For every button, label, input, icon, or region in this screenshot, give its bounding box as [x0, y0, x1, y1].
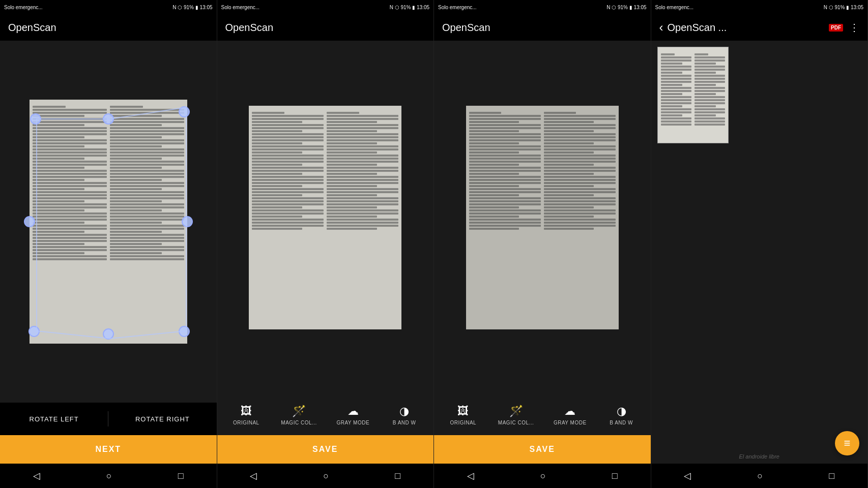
bw-label-3: B AND W	[610, 420, 633, 425]
back-nav-4[interactable]: ◁	[676, 466, 699, 485]
home-nav-2[interactable]: ○	[315, 467, 337, 485]
crop-handle-tr[interactable]	[179, 106, 190, 117]
gray-icon-3: ☁	[564, 405, 575, 418]
save-label-2: SAVE	[312, 445, 338, 454]
rotate-bar: ROTATE LEFT ROTATE RIGHT	[0, 403, 217, 435]
app-title-4: OpenScan ...	[668, 22, 727, 34]
bw-icon-2: ◑	[399, 405, 409, 418]
col-left-2	[252, 110, 324, 325]
document-page-2	[249, 106, 401, 329]
home-nav-1[interactable]: ○	[98, 467, 120, 485]
status-carrier-4: Solo emergenc...	[655, 5, 694, 10]
magic-icon-3: 🪄	[509, 405, 523, 418]
status-carrier-1: Solo emergenc...	[4, 5, 43, 10]
gray-icon-2: ☁	[348, 405, 359, 418]
top-bar-1: OpenScan	[0, 14, 217, 41]
status-icons-3: N ⬡ 91% ▮ 13:05	[606, 5, 646, 10]
status-icons-4: N ⬡ 91% ▮ 13:05	[824, 5, 863, 10]
magic-label-2: MAGIC COL...	[281, 420, 316, 425]
more-options-icon[interactable]: ⋮	[849, 21, 859, 34]
original-label-3: ORIGINAL	[450, 420, 476, 425]
recent-nav-3[interactable]: □	[604, 467, 626, 485]
crop-handle-bl[interactable]	[28, 326, 40, 337]
bw-icon-3: ◑	[617, 405, 626, 418]
top-bar-3: OpenScan	[434, 14, 651, 41]
pdf-icon[interactable]: PDF	[829, 24, 843, 32]
magic-label-3: MAGIC COL...	[498, 420, 534, 425]
magic-icon-2: 🪄	[292, 405, 306, 418]
recent-nav-1[interactable]: □	[170, 467, 192, 485]
col-left	[33, 104, 107, 340]
next-button[interactable]: NEXT	[0, 435, 217, 464]
panel-2: Solo emergenc... N ⬡ 91% ▮ 13:05 OpenSca…	[217, 0, 435, 488]
thumbnail-view	[651, 41, 868, 488]
panel-1: Solo emergenc... N ⬡ 91% ▮ 13:05 OpenSca…	[0, 0, 217, 488]
nav-bar-4: ◁ ○ □	[651, 464, 868, 488]
crop-handle-tm[interactable]	[103, 113, 114, 125]
gray-label-2: GRAY MODE	[336, 420, 369, 425]
back-nav-3[interactable]: ◁	[459, 466, 482, 485]
back-button-4[interactable]: ‹	[659, 20, 663, 35]
panel-3: Solo emergenc... N ⬡ 91% ▮ 13:05 OpenSca…	[434, 0, 651, 488]
app-title-2: OpenScan	[225, 22, 274, 34]
bottom-controls-2: 🖼 ORIGINAL 🪄 MAGIC COL... ☁ GRAY MODE ◑ …	[217, 394, 434, 488]
filter-magic-2[interactable]: 🪄 MAGIC COL...	[281, 405, 316, 425]
crop-view	[0, 41, 217, 403]
col-right-3	[544, 110, 616, 325]
original-icon-2: 🖼	[241, 405, 252, 418]
filter-bar-3: 🖼 ORIGINAL 🪄 MAGIC COL... ☁ GRAY MODE ◑ …	[434, 394, 651, 435]
filter-gray-2[interactable]: ☁ GRAY MODE	[336, 405, 369, 425]
status-bar-4: Solo emergenc... N ⬡ 91% ▮ 13:05	[651, 0, 868, 14]
filter-original-3[interactable]: 🖼 ORIGINAL	[448, 405, 478, 425]
original-icon-3: 🖼	[457, 405, 469, 418]
rotate-left-button[interactable]: ROTATE LEFT	[0, 403, 108, 435]
status-bar-2: Solo emergenc... N ⬡ 91% ▮ 13:05	[217, 0, 434, 14]
crop-handle-mr[interactable]	[182, 216, 193, 227]
recent-nav-4[interactable]: □	[821, 467, 843, 485]
save-button-3[interactable]: SAVE	[434, 435, 651, 464]
filter-magic-3[interactable]: 🪄 MAGIC COL...	[498, 405, 534, 425]
filter-original-2[interactable]: 🖼 ORIGINAL	[231, 405, 262, 425]
back-nav-1[interactable]: ◁	[25, 466, 48, 485]
col-right	[110, 104, 184, 340]
filter-bw-2[interactable]: ◑ B AND W	[389, 405, 420, 425]
status-icons-2: N ⬡ 91% ▮ 13:05	[390, 5, 429, 10]
original-label-2: ORIGINAL	[233, 420, 259, 425]
crop-handle-tl[interactable]	[30, 113, 41, 125]
status-icons-1: N ⬡ 91% ▮ 13:05	[172, 5, 212, 10]
crop-handle-ml[interactable]	[24, 216, 35, 227]
recent-nav-2[interactable]: □	[387, 467, 409, 485]
thumbnail-grid	[651, 41, 735, 149]
filter-bar-2: 🖼 ORIGINAL 🪄 MAGIC COL... ☁ GRAY MODE ◑ …	[217, 394, 434, 435]
back-nav-2[interactable]: ◁	[242, 466, 265, 485]
save-button-2[interactable]: SAVE	[217, 435, 434, 464]
gray-label-3: GRAY MODE	[554, 420, 587, 425]
bottom-controls-3: 🖼 ORIGINAL 🪄 MAGIC COL... ☁ GRAY MODE ◑ …	[434, 394, 651, 488]
top-bar-icons-4: PDF ⋮	[829, 21, 859, 34]
crop-image	[30, 100, 187, 344]
nav-bar-1: ◁ ○ □	[0, 464, 217, 488]
nav-bar-2: ◁ ○ □	[217, 464, 434, 488]
status-bar-3: Solo emergenc... N ⬡ 91% ▮ 13:05	[434, 0, 651, 14]
filter-gray-3[interactable]: ☁ GRAY MODE	[554, 405, 587, 425]
status-carrier-3: Solo emergenc...	[438, 5, 477, 10]
crop-handle-br[interactable]	[179, 326, 190, 337]
doc-view-3	[434, 41, 651, 394]
status-bar-1: Solo emergenc... N ⬡ 91% ▮ 13:05	[0, 0, 217, 14]
col-left-3	[469, 110, 541, 325]
home-nav-4[interactable]: ○	[749, 467, 771, 485]
status-carrier-2: Solo emergenc...	[221, 5, 260, 10]
home-nav-3[interactable]: ○	[532, 467, 554, 485]
fab-button[interactable]: ≡	[835, 431, 859, 455]
thumbnail-1[interactable]	[657, 47, 729, 143]
col-right-2	[327, 110, 398, 325]
watermark: El androide libre	[651, 453, 868, 460]
filter-bw-3[interactable]: ◑ B AND W	[606, 405, 636, 425]
app-title-1: OpenScan	[8, 22, 56, 34]
save-label-3: SAVE	[530, 445, 555, 454]
crop-handle-bm[interactable]	[103, 328, 114, 340]
rotate-right-button[interactable]: ROTATE RIGHT	[108, 403, 216, 435]
doc-view-2	[217, 41, 434, 394]
bottom-controls-1: ROTATE LEFT ROTATE RIGHT NEXT ◁ ○ □	[0, 403, 217, 488]
nav-bar-3: ◁ ○ □	[434, 464, 651, 488]
